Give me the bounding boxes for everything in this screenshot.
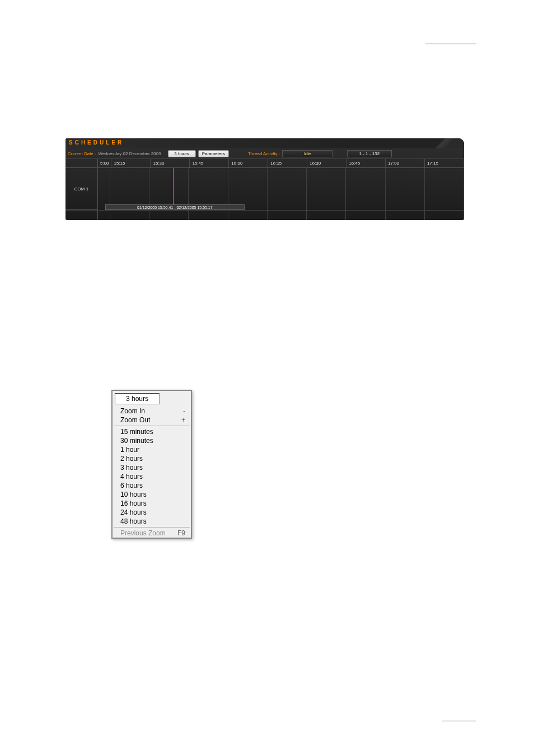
menu-item-range[interactable]: 10 hours <box>113 490 191 499</box>
time-tick: 15:30 <box>151 159 190 167</box>
menu-label: Zoom Out <box>120 416 150 424</box>
menu-item-range[interactable]: 4 hours <box>113 472 191 481</box>
thread-status-field: Idle <box>282 150 332 157</box>
timeline-bottom-row <box>65 210 464 220</box>
track-col <box>346 168 385 210</box>
spacer-cell <box>110 211 149 220</box>
track-col <box>149 168 189 210</box>
menu-label: 4 hours <box>120 473 143 480</box>
bottom-left-spacer <box>65 211 98 220</box>
timeline-track[interactable]: 5:00 15:15 15:30 15:45 16:00 16:15 16:30… <box>98 159 464 210</box>
menu-item-range[interactable]: 3 hours <box>113 463 191 472</box>
parameters-button[interactable]: Parameters <box>198 150 229 157</box>
time-ruler: 5:00 15:15 15:30 15:45 16:00 16:15 16:30… <box>98 159 464 168</box>
spacer-cell <box>425 211 464 220</box>
time-tick: 16:15 <box>268 159 307 167</box>
time-tick: 16:45 <box>346 159 386 167</box>
spacer-cell <box>386 211 425 220</box>
time-tick: 5:00 <box>98 159 111 167</box>
current-date-label: Current Date : <box>68 151 96 156</box>
menu-item-previous-zoom[interactable]: Previous Zoom F9 <box>113 529 191 538</box>
time-tick: 17:15 <box>425 159 464 167</box>
track-col <box>386 168 425 210</box>
scheduler-panel: SCHEDULER Current Date : Wednesday 02 De… <box>65 138 464 220</box>
track-col <box>110 168 149 210</box>
timeline: COM 1 5:00 15:15 15:30 15:45 16:00 16:15… <box>65 158 464 210</box>
menu-label: 2 hours <box>120 455 143 463</box>
current-date-value: Wednesday 02 December 2005 <box>98 151 161 156</box>
spacer-cell <box>307 211 346 220</box>
menu-label: 24 hours <box>120 508 147 516</box>
zoom-menu-title: 3 hours <box>115 393 160 404</box>
menu-item-range[interactable]: 15 minutes <box>113 427 191 436</box>
time-tick: 16:00 <box>229 159 268 167</box>
menu-item-range[interactable]: 6 hours <box>113 481 191 490</box>
spacer-cell <box>268 211 307 220</box>
menu-label: 10 hours <box>120 491 147 498</box>
scheduler-controls: Current Date : Wednesday 02 December 200… <box>65 148 464 158</box>
menu-item-zoom-out[interactable]: Zoom Out + <box>113 416 191 424</box>
menu-item-range[interactable]: 30 minutes <box>113 436 191 445</box>
page-header-rule <box>425 44 476 44</box>
zoom-range-button[interactable]: 3 hours <box>168 150 196 157</box>
channel-label: COM 1 <box>65 168 97 210</box>
track-col <box>228 168 268 210</box>
thread-counts-field: 1 - 1 - 132 <box>347 150 392 157</box>
corner-accent <box>414 138 464 148</box>
spacer-cell <box>346 211 385 220</box>
spacer-cell <box>189 211 228 220</box>
menu-separator <box>114 527 190 528</box>
zoom-context-menu: 3 hours Zoom In - Zoom Out + 15 minutes … <box>111 390 192 539</box>
menu-shortcut: - <box>183 407 185 415</box>
spacer-cell <box>149 211 189 220</box>
menu-item-range[interactable]: 2 hours <box>113 454 191 463</box>
spacer-cell <box>228 211 268 220</box>
page-footer-rule <box>442 721 476 721</box>
menu-item-zoom-in[interactable]: Zoom In - <box>113 407 191 416</box>
time-tick: 15:15 <box>111 159 151 167</box>
track-col <box>307 168 346 210</box>
bottom-spacer-body <box>98 211 464 220</box>
menu-label: 3 hours <box>120 464 143 472</box>
now-indicator-line <box>173 168 174 210</box>
now-range-label: 01/12/2005 15:50:41 - 02/12/2005 15:55:1… <box>105 204 245 210</box>
track-area[interactable]: 01/12/2005 15:50:41 - 02/12/2005 15:55:1… <box>98 168 464 210</box>
thread-activity-label: Thread Activity : <box>248 151 280 156</box>
time-tick: 16:30 <box>307 159 346 167</box>
menu-item-range[interactable]: 1 hour <box>113 445 191 454</box>
menu-item-range[interactable]: 16 hours <box>113 499 191 508</box>
track-col <box>268 168 307 210</box>
track-col <box>189 168 228 210</box>
menu-shortcut: F9 <box>177 529 185 537</box>
scheduler-title: SCHEDULER <box>69 139 124 146</box>
spacer-cell <box>98 211 110 220</box>
menu-separator <box>114 426 190 426</box>
menu-label: 15 minutes <box>120 428 153 436</box>
time-tick: 15:45 <box>190 159 229 167</box>
menu-item-range[interactable]: 48 hours <box>113 517 191 526</box>
timeline-left-column: COM 1 <box>65 159 98 210</box>
menu-label: 1 hour <box>120 446 139 454</box>
menu-shortcut: + <box>181 416 185 424</box>
track-col <box>425 168 464 210</box>
menu-label: 48 hours <box>120 517 147 525</box>
menu-label: 30 minutes <box>120 437 153 445</box>
menu-item-range[interactable]: 24 hours <box>113 508 191 517</box>
menu-label: 6 hours <box>120 482 143 489</box>
scheduler-title-row: SCHEDULER <box>65 138 464 148</box>
time-tick: 17:00 <box>386 159 425 167</box>
menu-label: 16 hours <box>120 500 147 507</box>
timeline-left-header <box>65 159 97 168</box>
menu-label: Previous Zoom <box>120 529 166 537</box>
menu-label: Zoom In <box>120 407 145 415</box>
track-col <box>98 168 110 210</box>
